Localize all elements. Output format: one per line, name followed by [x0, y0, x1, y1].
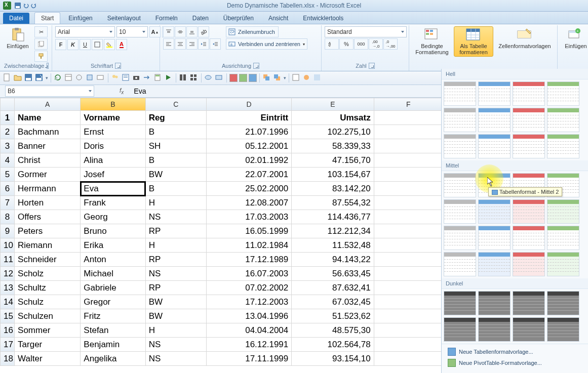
- cell-17-F[interactable]: [374, 338, 443, 352]
- cell-11-A[interactable]: Schneider: [15, 253, 81, 267]
- camera-icon[interactable]: [132, 73, 141, 82]
- cell-16-F[interactable]: [374, 323, 443, 338]
- tab-entwicklertools[interactable]: Entwicklertools: [296, 12, 350, 24]
- cell-15-B[interactable]: Fritz: [81, 309, 145, 323]
- table-style-thumb[interactable]: [444, 134, 476, 158]
- row-header-3[interactable]: 3: [1, 139, 15, 153]
- increase-decimal-button[interactable]: ,00→,0: [369, 38, 383, 50]
- cell-3-E[interactable]: 58.339,33: [292, 139, 374, 153]
- table-style-thumb[interactable]: [444, 81, 476, 106]
- tab-start[interactable]: Start: [34, 12, 60, 24]
- cell-1-E[interactable]: Umsatz: [292, 111, 374, 125]
- cell-9-E[interactable]: 112.212,34: [292, 224, 374, 238]
- cell-6-A[interactable]: Herrmann: [15, 182, 81, 196]
- table-style-thumb[interactable]: [444, 317, 476, 342]
- conditional-formatting-button[interactable]: Bedingte Formatierung: [412, 26, 452, 57]
- table-style-thumb[interactable]: [478, 134, 511, 158]
- formula-bar[interactable]: Eva: [131, 87, 146, 95]
- cell-4-B[interactable]: Alina: [81, 153, 145, 168]
- cell-9-D[interactable]: 16.05.1999: [206, 224, 291, 238]
- cell-8-C[interactable]: NS: [145, 210, 206, 224]
- layout-icon-2[interactable]: [189, 73, 199, 82]
- cell-12-F[interactable]: [374, 267, 443, 281]
- align-bottom-button[interactable]: [186, 26, 198, 37]
- cell-1-D[interactable]: Eintritt: [206, 111, 291, 125]
- cell-18-E[interactable]: 93.154,10: [292, 352, 374, 366]
- col-header-F[interactable]: F: [374, 98, 443, 111]
- name-box[interactable]: B6: [5, 86, 94, 97]
- cell-16-C[interactable]: H: [145, 323, 206, 338]
- new-table-style[interactable]: Neue Tabellenformatvorlage...: [446, 346, 584, 357]
- misc-icon-3[interactable]: [313, 73, 322, 82]
- fx-icon[interactable]: fx: [120, 87, 124, 95]
- accounting-button[interactable]: ₿: [325, 38, 339, 50]
- new-pivot-style[interactable]: Neue PivotTable-Formatvorlage...: [446, 357, 584, 368]
- increase-indent-button[interactable]: [210, 38, 221, 50]
- row-header-18[interactable]: 18: [1, 352, 15, 366]
- table-style-thumb[interactable]: [478, 108, 511, 132]
- cell-18-B[interactable]: Angelika: [81, 352, 145, 366]
- paste-button[interactable]: Einfügen: [4, 26, 31, 51]
- misc-icon-1[interactable]: [292, 73, 301, 82]
- row-header-16[interactable]: 16: [1, 323, 15, 338]
- cell-6-E[interactable]: 83.142,20: [292, 182, 374, 196]
- cell-3-C[interactable]: SH: [145, 139, 206, 153]
- tab-überprüfen[interactable]: Überprüfen: [217, 12, 260, 24]
- cell-10-B[interactable]: Erika: [81, 238, 145, 253]
- table-style-thumb[interactable]: [444, 252, 476, 276]
- italic-button[interactable]: K: [67, 39, 79, 50]
- table-style-thumb[interactable]: [478, 199, 511, 224]
- cell-10-D[interactable]: 11.02.1984: [206, 238, 291, 253]
- wrap-text-button[interactable]: Zeilenumbruch: [226, 26, 279, 37]
- cell-12-A[interactable]: Scholz: [15, 267, 81, 281]
- cell-6-B[interactable]: Eva: [81, 182, 145, 196]
- cell-8-F[interactable]: [374, 210, 443, 224]
- cell-15-F[interactable]: [374, 309, 443, 323]
- row-header-11[interactable]: 11: [1, 253, 15, 267]
- save-icon-2[interactable]: [24, 73, 33, 82]
- tab-ansicht[interactable]: Ansicht: [262, 12, 295, 24]
- row-header-6[interactable]: 6: [1, 182, 15, 196]
- cell-6-F[interactable]: [374, 182, 443, 196]
- merge-center-button[interactable]: aVerbinden und zentrieren▾: [226, 38, 307, 50]
- cell-3-F[interactable]: [374, 139, 443, 153]
- font-name-combo[interactable]: Arial: [55, 26, 115, 37]
- cell-16-E[interactable]: 48.575,30: [292, 323, 374, 338]
- cell-16-B[interactable]: Stefan: [81, 323, 145, 338]
- cell-6-D[interactable]: 25.02.2000: [206, 182, 291, 196]
- cell-15-A[interactable]: Schulzen: [15, 309, 81, 323]
- color-red[interactable]: [229, 74, 238, 82]
- format-painter-button[interactable]: [34, 51, 48, 62]
- tool-icon-4[interactable]: [96, 73, 105, 82]
- refresh-icon[interactable]: [54, 73, 63, 82]
- cell-12-C[interactable]: NS: [145, 267, 206, 281]
- goto-icon[interactable]: [143, 73, 152, 82]
- cell-4-F[interactable]: [374, 153, 443, 168]
- table-style-thumb[interactable]: [547, 317, 579, 342]
- tab-seitenlayout[interactable]: Seitenlayout: [101, 12, 147, 24]
- underline-button[interactable]: U: [80, 39, 91, 50]
- decrease-decimal-button[interactable]: ,0→,00: [383, 38, 398, 50]
- percent-button[interactable]: %: [339, 38, 354, 50]
- select-all-corner[interactable]: [1, 98, 15, 111]
- cell-5-C[interactable]: BW: [145, 168, 206, 182]
- cell-17-C[interactable]: NS: [145, 338, 206, 352]
- send-back-icon[interactable]: [262, 73, 271, 82]
- cell-2-B[interactable]: Ernst: [81, 125, 145, 139]
- comma-button[interactable]: 000: [354, 38, 368, 50]
- cell-11-C[interactable]: RP: [145, 253, 206, 267]
- table-style-thumb[interactable]: [478, 252, 511, 276]
- table-style-thumb[interactable]: [513, 226, 545, 250]
- align-middle-button[interactable]: [175, 26, 186, 37]
- cell-14-F[interactable]: [374, 295, 443, 309]
- cell-2-C[interactable]: B: [145, 125, 206, 139]
- tool-icon-3[interactable]: [86, 73, 95, 82]
- run-icon[interactable]: [164, 73, 173, 82]
- col-header-D[interactable]: D: [206, 98, 291, 111]
- cell-13-C[interactable]: RP: [145, 281, 206, 295]
- tab-formeln[interactable]: Formeln: [149, 12, 184, 24]
- number-format-combo[interactable]: Standard: [325, 26, 407, 37]
- cell-13-A[interactable]: Schultz: [15, 281, 81, 295]
- cell-18-F[interactable]: [374, 352, 443, 366]
- cell-17-E[interactable]: 102.564,78: [292, 338, 374, 352]
